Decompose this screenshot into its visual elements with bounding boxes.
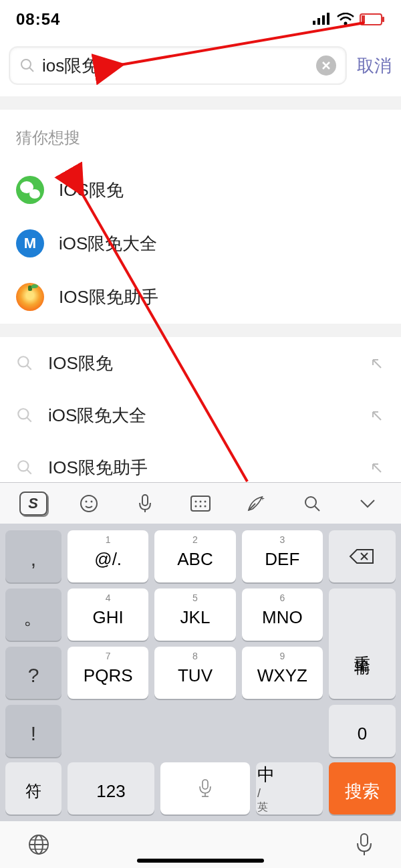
clear-button[interactable] [316, 56, 336, 76]
key-2[interactable]: 2ABC [154, 530, 235, 582]
svg-rect-36 [203, 780, 208, 789]
close-icon [321, 61, 331, 70]
svg-rect-0 [313, 21, 315, 25]
svg-rect-23 [191, 496, 210, 511]
history-section: IOS限免 iOS限免大全 IOS限免助手 [0, 337, 401, 494]
sogou-logo-icon[interactable]: S [15, 490, 52, 517]
svg-point-29 [204, 505, 206, 507]
svg-point-32 [305, 497, 316, 508]
key-9[interactable]: 9WXYZ [242, 647, 323, 699]
key-zero[interactable]: 0 [329, 705, 396, 757]
svg-rect-7 [382, 17, 384, 22]
key-question[interactable]: ? [5, 647, 61, 699]
svg-point-14 [18, 409, 28, 419]
svg-point-18 [81, 496, 97, 512]
svg-rect-1 [317, 18, 320, 25]
key-language[interactable]: 中/英 [256, 762, 323, 815]
arrow-up-left-icon[interactable] [370, 408, 385, 423]
svg-line-13 [27, 365, 31, 370]
key-comma[interactable]: , [5, 530, 61, 582]
svg-text:+: + [261, 495, 265, 502]
key-search-action[interactable]: 搜索 [329, 762, 396, 815]
keyboard-toolbar: S + [0, 482, 401, 524]
key-reinput[interactable]: 重输 [329, 588, 396, 699]
mic-icon [198, 778, 213, 798]
home-indicator[interactable] [137, 859, 264, 863]
status-indicators [313, 13, 385, 26]
wifi-icon [337, 13, 354, 26]
arrow-up-left-icon[interactable] [370, 460, 385, 475]
app-icon [16, 283, 44, 311]
key-symbol[interactable]: 符 [5, 762, 61, 815]
app-icon: M [16, 229, 44, 257]
search-icon [16, 354, 33, 372]
svg-point-16 [18, 461, 28, 471]
backspace-icon [349, 547, 376, 566]
suggestion-item[interactable]: IOS限免助手 [0, 270, 401, 324]
svg-rect-6 [362, 15, 365, 23]
battery-low-icon [360, 13, 385, 25]
svg-line-9 [29, 68, 33, 72]
svg-point-20 [91, 500, 93, 502]
status-bar: 08:54 [0, 0, 401, 39]
search-box[interactable] [9, 47, 346, 84]
feather-icon[interactable]: + [237, 490, 275, 517]
svg-rect-44 [361, 834, 368, 846]
suggestions-section: 猜你想搜 IOS限免 M iOS限免大全 IOS限免助手 [0, 110, 401, 324]
section-title: 猜你想搜 [0, 110, 401, 163]
history-item[interactable]: iOS限免大全 [0, 389, 401, 441]
svg-point-8 [21, 60, 31, 69]
key-exclaim[interactable]: ! [5, 705, 61, 757]
status-time: 08:54 [16, 10, 60, 29]
search-row: 取消 [0, 39, 401, 96]
suggestion-label: IOS限免 [59, 179, 124, 202]
svg-point-12 [18, 356, 28, 366]
svg-rect-3 [327, 13, 329, 25]
svg-line-15 [27, 417, 31, 422]
suggestion-item[interactable]: M iOS限免大全 [0, 217, 401, 270]
svg-line-33 [315, 506, 319, 511]
svg-point-28 [199, 505, 201, 507]
key-backspace[interactable] [329, 530, 396, 582]
history-label: IOS限免 [48, 352, 370, 375]
key-8[interactable]: 8TUV [154, 647, 235, 699]
globe-icon[interactable] [27, 833, 51, 857]
arrow-up-left-icon[interactable] [370, 356, 385, 370]
svg-line-17 [27, 469, 31, 474]
key-3[interactable]: 3DEF [242, 530, 323, 582]
svg-rect-2 [322, 15, 325, 25]
voice-icon[interactable] [126, 490, 164, 517]
emoji-icon[interactable] [70, 490, 108, 517]
key-space[interactable] [160, 762, 250, 815]
search-input[interactable] [42, 56, 316, 76]
search-icon [16, 407, 33, 424]
suggestion-label: IOS限免助手 [59, 286, 158, 309]
history-label: iOS限免大全 [48, 404, 370, 427]
key-4[interactable]: 4GHI [68, 588, 148, 641]
cancel-button[interactable]: 取消 [357, 54, 392, 78]
wechat-icon [16, 176, 44, 204]
search-icon [19, 58, 35, 74]
svg-point-26 [204, 500, 206, 502]
key-6[interactable]: 6MNO [242, 588, 323, 641]
key-5[interactable]: 5JKL [154, 588, 235, 641]
svg-point-24 [194, 500, 196, 502]
keyboard-layout-icon[interactable] [182, 490, 219, 517]
svg-point-25 [199, 500, 201, 502]
suggestion-item[interactable]: IOS限免 [0, 163, 401, 217]
svg-point-19 [86, 500, 88, 502]
chevron-down-icon[interactable] [349, 490, 386, 517]
search-icon [16, 459, 33, 476]
search-icon[interactable] [293, 490, 331, 517]
svg-point-27 [194, 505, 196, 507]
keyboard: S + , 1@/. 2ABC 3DEF 。 4GHI 5JKL 6MNO 重输… [0, 482, 401, 868]
key-1[interactable]: 1@/. [68, 530, 148, 582]
key-numeric[interactable]: 123 [68, 762, 154, 815]
key-period[interactable]: 。 [5, 588, 61, 641]
key-7[interactable]: 7PQRS [68, 647, 148, 699]
history-item[interactable]: IOS限免 [0, 337, 401, 389]
suggestion-label: iOS限免大全 [59, 232, 157, 255]
history-label: IOS限免助手 [48, 456, 370, 479]
cellular-icon [313, 13, 331, 26]
mic-icon[interactable] [354, 831, 374, 858]
